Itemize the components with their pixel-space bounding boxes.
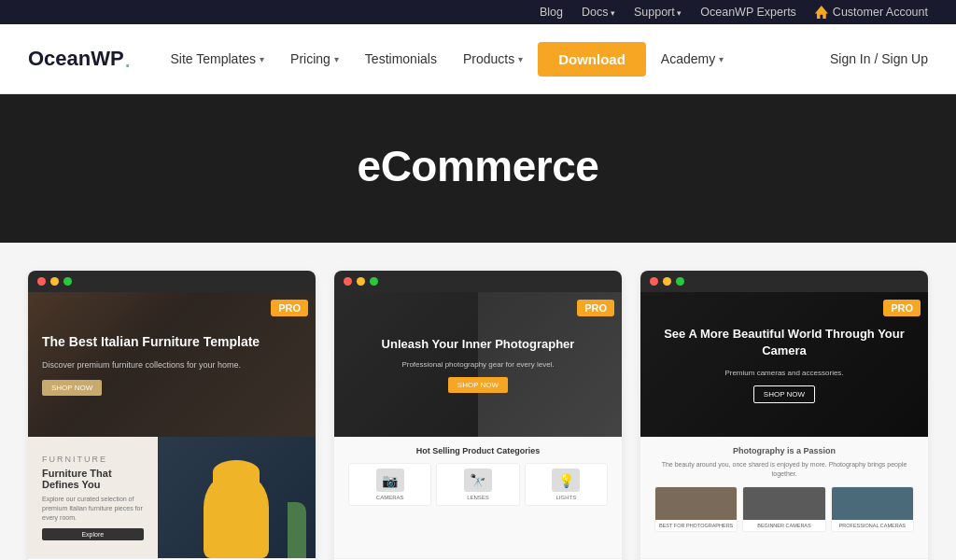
browser-bar bbox=[334, 271, 622, 292]
download-button[interactable]: Download bbox=[538, 42, 646, 77]
pro-badge: PRO bbox=[883, 300, 921, 316]
browser-dot-yellow bbox=[50, 277, 59, 286]
top-bar: Blog Docs Support OceanWP Experts Custom… bbox=[0, 0, 956, 24]
shop-now-button[interactable]: SHOP NOW bbox=[42, 380, 102, 396]
light-icon: 💡 bbox=[552, 469, 580, 492]
nav-items: Site Templates ▾ Pricing ▾ Testimonials … bbox=[159, 42, 829, 77]
shop-now-button[interactable]: SHOP NOW bbox=[753, 385, 815, 403]
camstack-bottom: Hot Selling Product Categories 📷 CAMERAS… bbox=[334, 437, 622, 558]
camera-products-grid: BEST FOR PHOTOGRAPHERS BEGINNER CAMERAS … bbox=[654, 486, 914, 532]
browser-dot-yellow bbox=[357, 277, 365, 286]
camera-text: The beauty around you, once shared is en… bbox=[654, 460, 914, 479]
dreamhome-info: Furniture Furniture That Defines You Exp… bbox=[28, 437, 158, 558]
chevron-down-icon: ▾ bbox=[334, 54, 339, 64]
list-item: 📷 CAMERAS bbox=[348, 463, 431, 506]
nav-products[interactable]: Products ▾ bbox=[452, 44, 534, 74]
logo-dot: . bbox=[124, 46, 132, 72]
camstack-heading: Hot Selling Product Categories bbox=[348, 446, 608, 455]
browser-dot-green bbox=[676, 277, 684, 286]
card-camera[interactable]: PRO See A More Beautiful World Through Y… bbox=[640, 271, 928, 560]
chevron-down-icon: ▾ bbox=[260, 54, 264, 64]
dreamhome-text: Explore our curated selection of premium… bbox=[42, 495, 144, 522]
main-nav: OceanWP. Site Templates ▾ Pricing ▾ Test… bbox=[0, 24, 956, 94]
lens-icon: 🔭 bbox=[464, 469, 492, 492]
dreamhome-visual bbox=[158, 437, 316, 558]
product-thumbnail bbox=[832, 487, 913, 520]
nav-testimonials[interactable]: Testimonials bbox=[354, 44, 448, 74]
dreamhome-subtitle: Furniture That Defines You bbox=[42, 468, 144, 490]
chevron-down-icon: ▾ bbox=[719, 54, 724, 64]
card-camstack[interactable]: PRO Unleash Your Inner Photographer Prof… bbox=[334, 271, 622, 560]
list-item: PROFESSIONAL CAMERAS bbox=[831, 486, 914, 532]
list-item: 💡 LIGHTS bbox=[525, 463, 608, 506]
list-item: BEST FOR PHOTOGRAPHERS bbox=[654, 486, 738, 532]
nav-academy[interactable]: Academy ▾ bbox=[650, 44, 735, 74]
topbar-customer-account[interactable]: Customer Account bbox=[815, 6, 928, 19]
browser-dot-green bbox=[63, 277, 72, 286]
plant-decoration bbox=[288, 502, 306, 558]
browser-dot-green bbox=[370, 277, 378, 286]
camera-heading: Photography is a Passion bbox=[654, 446, 914, 455]
logo[interactable]: OceanWP. bbox=[28, 46, 131, 72]
topbar-support[interactable]: Support bbox=[634, 6, 682, 19]
card-image-wrapper: PRO The Best Italian Furniture Template … bbox=[28, 271, 316, 437]
card-screenshot-top: PRO The Best Italian Furniture Template … bbox=[28, 292, 316, 437]
shop-now-button[interactable]: SHOP NOW bbox=[448, 377, 508, 393]
card-dreamhome[interactable]: PRO The Best Italian Furniture Template … bbox=[28, 271, 316, 560]
card-bottom-preview-camera: Photography is a Passion The beauty arou… bbox=[640, 437, 928, 558]
nav-site-templates[interactable]: Site Templates ▾ bbox=[159, 44, 275, 74]
browser-bar bbox=[640, 271, 928, 292]
browser-bar bbox=[28, 271, 316, 292]
card-screenshot-top: PRO See A More Beautiful World Through Y… bbox=[640, 292, 928, 437]
nav-pricing[interactable]: Pricing ▾ bbox=[279, 44, 350, 74]
cards-grid: PRO The Best Italian Furniture Template … bbox=[28, 271, 928, 560]
dreamhome-brand: Furniture bbox=[42, 455, 144, 464]
card-bottom-preview-camstack: Hot Selling Product Categories 📷 CAMERAS… bbox=[334, 437, 622, 558]
camstack-products-grid: 📷 CAMERAS 🔭 LENSES 💡 LIGHTS bbox=[348, 463, 608, 506]
dreamhome-bottom: Furniture Furniture That Defines You Exp… bbox=[28, 437, 316, 558]
camera-icon: 📷 bbox=[376, 469, 404, 492]
topbar-blog[interactable]: Blog bbox=[540, 6, 563, 19]
camera-bottom: Photography is a Passion The beauty arou… bbox=[640, 437, 928, 558]
pro-badge: PRO bbox=[577, 300, 614, 316]
list-item: BEGINNER CAMERAS bbox=[742, 486, 825, 532]
card-bottom-preview-dreamhome: Furniture Furniture That Defines You Exp… bbox=[28, 437, 316, 558]
pro-badge: PRO bbox=[271, 300, 308, 316]
product-thumbnail bbox=[655, 487, 737, 520]
signin-link[interactable]: Sign In / Sign Up bbox=[830, 51, 928, 66]
page-title: eCommerce bbox=[28, 141, 928, 191]
topbar-experts[interactable]: OceanWP Experts bbox=[700, 6, 796, 19]
browser-dot-red bbox=[344, 277, 352, 286]
card-image-wrapper: PRO See A More Beautiful World Through Y… bbox=[640, 271, 928, 437]
cards-section: PRO The Best Italian Furniture Template … bbox=[0, 243, 956, 560]
card-image-wrapper: PRO Unleash Your Inner Photographer Prof… bbox=[334, 271, 622, 437]
hero-section: eCommerce bbox=[0, 94, 956, 243]
card-screenshot-top: PRO Unleash Your Inner Photographer Prof… bbox=[334, 292, 622, 437]
house-icon bbox=[815, 6, 828, 19]
browser-dot-red bbox=[650, 277, 658, 286]
chevron-down-icon: ▾ bbox=[518, 54, 523, 64]
explore-button[interactable]: Explore bbox=[42, 528, 144, 540]
browser-dot-red bbox=[37, 277, 46, 286]
browser-dot-yellow bbox=[663, 277, 671, 286]
product-thumbnail bbox=[743, 487, 824, 520]
topbar-docs[interactable]: Docs bbox=[582, 6, 615, 19]
chair-decoration bbox=[204, 474, 269, 558]
list-item: 🔭 LENSES bbox=[436, 463, 519, 506]
logo-text: OceanWP bbox=[28, 47, 124, 71]
